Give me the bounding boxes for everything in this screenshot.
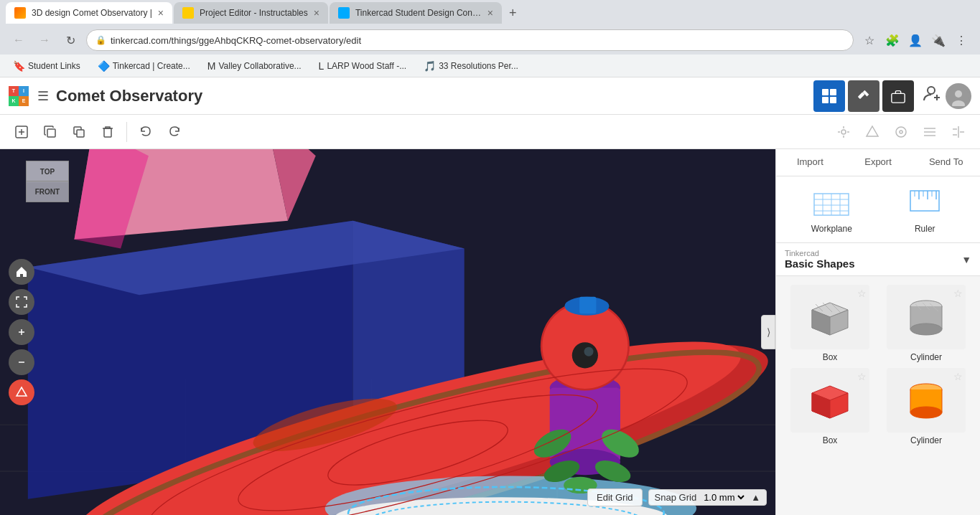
browser-chrome: 3D design Comet Observatory | × Project …: [0, 0, 980, 77]
shape-name-cylinder-grey: Cylinder: [910, 352, 942, 362]
app-header: T I K E ☰ Comet Observatory: [0, 77, 980, 115]
copy-button[interactable]: [37, 119, 63, 145]
reload-button[interactable]: ↻: [60, 30, 80, 50]
star-icon-box-grey[interactable]: ☆: [857, 288, 867, 299]
hamburger-button[interactable]: ☰: [37, 88, 49, 104]
collapse-panel-button[interactable]: ⟩: [761, 315, 775, 349]
tab-bar: 3D design Comet Observatory | × Project …: [0, 0, 980, 26]
tab-1-close[interactable]: ×: [158, 7, 164, 19]
back-button[interactable]: ←: [9, 30, 29, 50]
star-icon-box-red[interactable]: ☆: [857, 371, 867, 382]
cylinder-orange-svg: [901, 379, 951, 422]
tab-1[interactable]: 3D design Comet Observatory | ×: [6, 2, 172, 24]
edit-grid-button[interactable]: Edit Grid: [587, 488, 643, 506]
shape-thumb-cylinder-orange: ☆: [887, 368, 966, 433]
workplane-icon: [811, 185, 851, 219]
circle-tool-button[interactable]: [888, 119, 914, 145]
grid-view-button[interactable]: [813, 80, 845, 112]
shape-cylinder-orange[interactable]: ☆ Cylinder: [881, 368, 971, 445]
export-button[interactable]: Export: [844, 149, 913, 176]
shape-cylinder-grey[interactable]: ☆ Cylinder: [881, 285, 971, 362]
light-tool-button[interactable]: [831, 119, 857, 145]
tab-3[interactable]: Tinkercad Student Design Conte... ×: [330, 2, 502, 24]
hammer-button[interactable]: [848, 80, 879, 112]
home-view-button[interactable]: [9, 259, 34, 285]
ruler-button[interactable]: Ruler: [905, 185, 945, 234]
align-tool-button[interactable]: [917, 119, 943, 145]
bookmark-icon-valley: M: [207, 60, 216, 72]
svg-marker-24: [867, 126, 878, 136]
bookmark-larp[interactable]: L LARP Wood Staff -...: [314, 59, 411, 73]
bookmark-student-links[interactable]: 🔖 Student Links: [9, 59, 85, 73]
url-bar[interactable]: 🔒 tinkercad.com/things/ggeAhbqCKRQ-comet…: [86, 29, 854, 51]
svg-rect-0: [822, 89, 829, 95]
box-grey-svg: [805, 296, 855, 339]
bookmark-resolutions[interactable]: 🎵 33 Resolutions Per...: [419, 59, 523, 73]
bookmark-icon-tinkercad: 🔷: [98, 60, 110, 72]
lock-icon: 🔒: [95, 35, 106, 45]
zoom-in-icon: [15, 326, 28, 339]
extension2-button[interactable]: 🔌: [928, 30, 948, 50]
tab-2[interactable]: Project Editor - Instructables ×: [174, 2, 328, 24]
svg-point-19: [841, 130, 846, 134]
snap-grid-select[interactable]: 1.0 mm 0.5 mm 2.0 mm: [701, 491, 747, 504]
profile-button[interactable]: 👤: [905, 30, 925, 50]
import-button[interactable]: Import: [776, 149, 844, 176]
avatar[interactable]: [946, 83, 971, 109]
tinkercad-logo[interactable]: T I K E: [9, 86, 29, 106]
extension-button[interactable]: 🧩: [882, 30, 902, 50]
workplane-button[interactable]: Workplane: [811, 185, 852, 234]
redo-button[interactable]: [162, 119, 187, 145]
zoom-in-button[interactable]: [9, 319, 34, 345]
avatar-icon: [948, 86, 969, 106]
bookmark-tinkercad[interactable]: 🔷 Tinkercad | Create...: [93, 59, 195, 73]
tab-3-close[interactable]: ×: [487, 7, 493, 19]
duplicate-button[interactable]: [66, 119, 92, 145]
ruler-label: Ruler: [915, 224, 935, 234]
copy-icon: [43, 125, 57, 139]
new-tab-button[interactable]: +: [503, 3, 523, 24]
tab-3-title: Tinkercad Student Design Conte...: [355, 8, 482, 18]
svg-marker-75: [17, 387, 27, 396]
svg-point-6: [928, 87, 935, 94]
settings-button[interactable]: ⋮: [951, 30, 971, 50]
bookmark-valley[interactable]: M Valley Collaborative...: [203, 59, 306, 73]
add-user-button[interactable]: [923, 83, 943, 108]
svg-rect-15: [47, 129, 55, 137]
new-shape-button[interactable]: [9, 119, 34, 145]
shapes-button[interactable]: [9, 379, 34, 405]
undo-button[interactable]: [133, 119, 159, 145]
briefcase-button[interactable]: [882, 80, 914, 112]
cube-top-face[interactable]: TOP: [26, 161, 69, 182]
star-button[interactable]: ☆: [859, 30, 879, 50]
forward-button[interactable]: →: [34, 30, 55, 50]
shape-thumb-box-red: ☆: [790, 368, 869, 433]
fit-view-button[interactable]: [9, 289, 34, 315]
star-icon-cylinder-orange[interactable]: ☆: [953, 371, 963, 382]
send-to-button[interactable]: Send To: [912, 149, 980, 176]
dropdown-arrow-icon: ▼: [961, 254, 971, 265]
shape-box-grey[interactable]: ☆ Box: [785, 285, 875, 362]
shape-lib-name: Basic Shapes: [785, 258, 961, 270]
light-icon: [836, 125, 851, 139]
shape-name-box-red: Box: [823, 435, 838, 445]
cube-front-face[interactable]: FRONT: [26, 181, 69, 202]
page-title: Comet Observatory: [56, 87, 813, 105]
delete-button[interactable]: [95, 119, 121, 145]
distribute-tool-button[interactable]: [946, 119, 971, 145]
svg-point-26: [900, 131, 902, 133]
shape-library-dropdown[interactable]: Tinkercad Basic Shapes ▼: [776, 243, 980, 276]
shape-tool-button[interactable]: [859, 119, 885, 145]
duplicate-icon: [72, 125, 86, 139]
shape-box-red[interactable]: ☆ Box: [785, 368, 875, 445]
new-icon: [14, 125, 29, 139]
zoom-out-button[interactable]: [9, 349, 34, 375]
svg-point-57: [584, 347, 594, 356]
svg-point-100: [910, 323, 942, 335]
circle-icon: [894, 125, 908, 139]
tab-2-close[interactable]: ×: [314, 7, 319, 19]
star-icon-cylinder-grey[interactable]: ☆: [953, 288, 963, 299]
box-red-svg: [805, 379, 855, 422]
viewport[interactable]: TOP FRONT: [0, 149, 775, 515]
redo-icon: [167, 125, 182, 139]
